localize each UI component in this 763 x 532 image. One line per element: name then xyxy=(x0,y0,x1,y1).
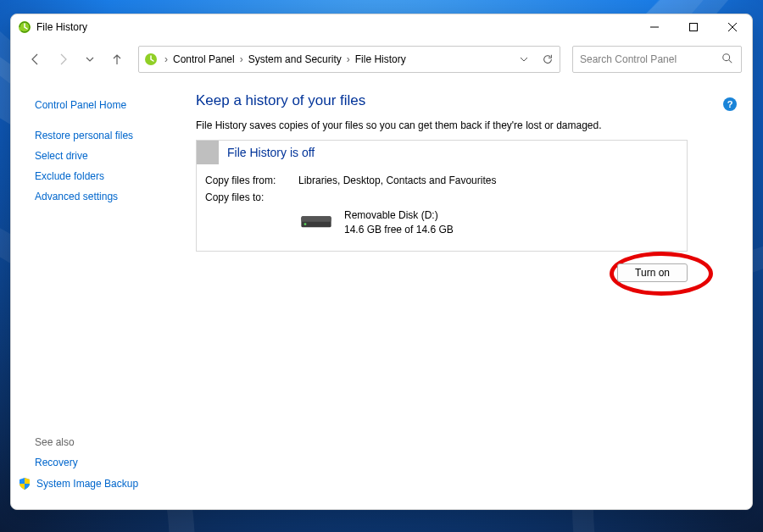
turn-on-button[interactable]: Turn on xyxy=(617,263,688,282)
sidebar-home-link[interactable]: Control Panel Home xyxy=(35,99,126,111)
recent-locations-button[interactable] xyxy=(79,47,101,71)
page-title: Keep a history of your files xyxy=(196,92,735,109)
status-body: Copy files from: Libraries, Desktop, Con… xyxy=(197,164,687,251)
svg-rect-9 xyxy=(301,216,331,221)
exclude-folders-link[interactable]: Exclude folders xyxy=(35,170,104,182)
svg-point-6 xyxy=(723,53,730,60)
drive-name: Removable Disk (D:) xyxy=(344,208,454,223)
main-panel: Keep a history of your files File Histor… xyxy=(189,79,752,509)
window-controls xyxy=(635,14,752,40)
system-image-backup-label: System Image Backup xyxy=(36,478,138,490)
svg-point-10 xyxy=(304,223,307,225)
status-header: File History is off xyxy=(197,141,687,164)
breadcrumb-file-history[interactable]: File History xyxy=(352,53,409,65)
chevron-right-icon[interactable]: › xyxy=(238,53,245,65)
address-dropdown-button[interactable] xyxy=(512,47,536,72)
close-button[interactable] xyxy=(713,14,752,40)
select-drive-link[interactable]: Select drive xyxy=(35,150,88,162)
forward-button[interactable] xyxy=(52,47,74,71)
chevron-right-icon[interactable]: › xyxy=(163,53,170,65)
advanced-settings-link[interactable]: Advanced settings xyxy=(35,191,118,202)
chevron-right-icon[interactable]: › xyxy=(345,53,352,65)
shield-icon xyxy=(18,477,31,490)
titlebar: File History xyxy=(11,14,752,40)
destination-drive: Removable Disk (D:) 14.6 GB free of 14.6… xyxy=(300,208,678,237)
restore-personal-files-link[interactable]: Restore personal files xyxy=(35,130,133,141)
window-frame: File History xyxy=(10,14,753,510)
address-icon xyxy=(139,47,163,72)
copy-from-label: Copy files from: xyxy=(205,175,298,186)
up-button[interactable] xyxy=(106,47,128,71)
svg-rect-2 xyxy=(690,24,698,31)
svg-line-7 xyxy=(729,59,732,63)
back-button[interactable] xyxy=(25,47,47,71)
status-indicator xyxy=(197,141,219,164)
status-text: File History is off xyxy=(219,146,315,159)
page-description: File History saves copies of your files … xyxy=(196,119,735,131)
drive-free-space: 14.6 GB free of 14.6 GB xyxy=(344,223,454,237)
search-input[interactable] xyxy=(578,53,719,66)
app-icon xyxy=(18,20,31,34)
system-image-backup-link[interactable]: System Image Backup xyxy=(18,477,138,490)
breadcrumb-system-security[interactable]: System and Security xyxy=(245,53,345,65)
sidebar: Control Panel Home Restore personal file… xyxy=(11,79,189,509)
refresh-button[interactable] xyxy=(536,47,560,72)
content-area: Control Panel Home Restore personal file… xyxy=(11,79,752,509)
search-icon[interactable] xyxy=(719,53,736,67)
copy-to-label: Copy files to: xyxy=(205,191,298,203)
status-box: File History is off Copy files from: Lib… xyxy=(196,140,688,252)
address-bar[interactable]: › Control Panel › System and Security › … xyxy=(138,46,560,73)
window-title: File History xyxy=(36,21,87,33)
copy-from-value: Libraries, Desktop, Contacts and Favouri… xyxy=(298,175,496,186)
minimize-button[interactable] xyxy=(635,14,674,40)
breadcrumb-control-panel[interactable]: Control Panel xyxy=(170,53,238,65)
maximize-button[interactable] xyxy=(674,14,713,40)
see-also-label: See also xyxy=(35,436,189,448)
recovery-link[interactable]: Recovery xyxy=(35,457,78,468)
search-box[interactable] xyxy=(572,46,742,73)
action-row: Turn on xyxy=(196,263,688,282)
navigation-bar: › Control Panel › System and Security › … xyxy=(11,40,752,79)
drive-icon xyxy=(300,208,332,230)
